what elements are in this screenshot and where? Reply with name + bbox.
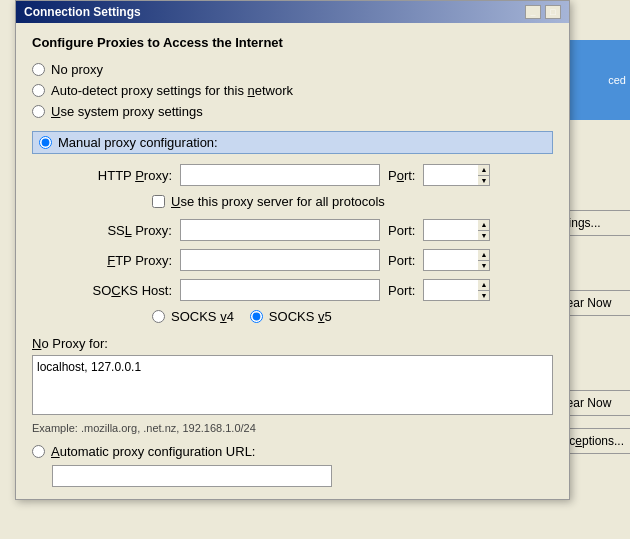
- ssl-port-up[interactable]: ▲: [478, 220, 489, 231]
- socks-v5-radio-item: SOCKS v5: [250, 309, 332, 324]
- ssl-proxy-row: SSL Proxy: Port: 0 ▲ ▼: [92, 219, 553, 241]
- ssl-proxy-label: SSL Proxy:: [92, 223, 172, 238]
- socks-host-input[interactable]: [180, 279, 380, 301]
- http-port-up[interactable]: ▲: [478, 165, 489, 176]
- ftp-port-input[interactable]: 0: [423, 249, 478, 271]
- socks-v5-label: SOCKS v5: [269, 309, 332, 324]
- ftp-port-spinner-group: 0 ▲ ▼: [423, 249, 490, 271]
- socks-port-label: Port:: [388, 283, 415, 298]
- proxy-fields: HTTP Proxy: 127.0.0.1 Port: 8080 ▲ ▼ Use…: [32, 164, 553, 324]
- socks-version-row: SOCKS v4 SOCKS v5: [92, 309, 553, 324]
- socks-port-spinner[interactable]: ▲ ▼: [478, 279, 490, 301]
- dialog-title: Connection Settings: [24, 5, 141, 19]
- ftp-port-down[interactable]: ▼: [478, 261, 489, 271]
- ssl-port-spinner[interactable]: ▲ ▼: [478, 219, 490, 241]
- auto-config-url-input[interactable]: [52, 465, 332, 487]
- no-proxy-textarea[interactable]: localhost, 127.0.0.1: [32, 355, 553, 415]
- socks-v4-label: SOCKS v4: [171, 309, 234, 324]
- bg-accent-text: ced: [608, 74, 626, 86]
- http-port-input[interactable]: 8080: [423, 164, 478, 186]
- ftp-port-label: Port:: [388, 253, 415, 268]
- no-proxy-section: No Proxy for: localhost, 127.0.0.1 Examp…: [32, 336, 553, 434]
- socks-host-row: SOCKS Host: Port: 0 ▲ ▼: [92, 279, 553, 301]
- socks-port-spinner-group: 0 ▲ ▼: [423, 279, 490, 301]
- no-proxy-radio-item: No proxy: [32, 62, 553, 77]
- use-system-radio[interactable]: [32, 105, 45, 118]
- auto-detect-radio-label: Auto-detect proxy settings for this netw…: [51, 83, 293, 98]
- use-for-all-row: Use this proxy server for all protocols: [92, 194, 553, 209]
- no-proxy-for-label: No Proxy for:: [32, 336, 553, 351]
- ssl-port-down[interactable]: ▼: [478, 231, 489, 241]
- ssl-port-label: Port:: [388, 223, 415, 238]
- http-port-spinner-group: 8080 ▲ ▼: [423, 164, 490, 186]
- no-proxy-radio[interactable]: [32, 63, 45, 76]
- http-port-down[interactable]: ▼: [478, 176, 489, 186]
- proxy-radio-group: No proxy Auto-detect proxy settings for …: [32, 62, 553, 119]
- dialog-titlebar: Connection Settings _ □: [16, 1, 569, 23]
- ssl-proxy-input[interactable]: [180, 219, 380, 241]
- ftp-proxy-label: FTP Proxy:: [92, 253, 172, 268]
- ssl-port-input[interactable]: 0: [423, 219, 478, 241]
- auto-detect-radio[interactable]: [32, 84, 45, 97]
- use-system-radio-label: Use system proxy settings: [51, 104, 203, 119]
- titlebar-controls: _ □: [525, 5, 561, 19]
- use-system-radio-item: Use system proxy settings: [32, 104, 553, 119]
- auto-detect-radio-item: Auto-detect proxy settings for this netw…: [32, 83, 553, 98]
- no-proxy-radio-label: No proxy: [51, 62, 103, 77]
- auto-config-input-row: [32, 465, 553, 487]
- http-port-spinner[interactable]: ▲ ▼: [478, 164, 490, 186]
- use-for-all-label: Use this proxy server for all protocols: [171, 194, 385, 209]
- http-proxy-label: HTTP Proxy:: [92, 168, 172, 183]
- http-port-label: Port:: [388, 168, 415, 183]
- http-proxy-row: HTTP Proxy: 127.0.0.1 Port: 8080 ▲ ▼: [92, 164, 553, 186]
- socks-port-down[interactable]: ▼: [478, 291, 489, 301]
- maximize-button[interactable]: □: [545, 5, 561, 19]
- manual-proxy-row: Manual proxy configuration:: [32, 131, 553, 154]
- auto-config-radio[interactable]: [32, 445, 45, 458]
- use-for-all-checkbox[interactable]: [152, 195, 165, 208]
- manual-proxy-radio[interactable]: [39, 136, 52, 149]
- bg-accent-area: ced: [562, 40, 630, 120]
- ftp-proxy-row: FTP Proxy: Port: 0 ▲ ▼: [92, 249, 553, 271]
- ssl-port-spinner-group: 0 ▲ ▼: [423, 219, 490, 241]
- section-title: Configure Proxies to Access the Internet: [32, 35, 553, 50]
- socks-v4-radio-item: SOCKS v4: [152, 309, 234, 324]
- socks-port-up[interactable]: ▲: [478, 280, 489, 291]
- auto-config-row: Automatic proxy configuration URL:: [32, 444, 553, 459]
- socks-port-input[interactable]: 0: [423, 279, 478, 301]
- http-proxy-input[interactable]: 127.0.0.1: [180, 164, 380, 186]
- manual-proxy-label: Manual proxy configuration:: [58, 135, 218, 150]
- example-text: Example: .mozilla.org, .net.nz, 192.168.…: [32, 422, 553, 434]
- auto-config-label: Automatic proxy configuration URL:: [51, 444, 255, 459]
- socks-host-label: SOCKS Host:: [92, 283, 172, 298]
- dialog-content: Configure Proxies to Access the Internet…: [16, 23, 569, 499]
- minimize-button[interactable]: _: [525, 5, 541, 19]
- connection-settings-dialog: Connection Settings _ □ Configure Proxie…: [15, 0, 570, 500]
- socks-v5-radio[interactable]: [250, 310, 263, 323]
- socks-v4-radio[interactable]: [152, 310, 165, 323]
- ftp-port-up[interactable]: ▲: [478, 250, 489, 261]
- ftp-port-spinner[interactable]: ▲ ▼: [478, 249, 490, 271]
- ftp-proxy-input[interactable]: [180, 249, 380, 271]
